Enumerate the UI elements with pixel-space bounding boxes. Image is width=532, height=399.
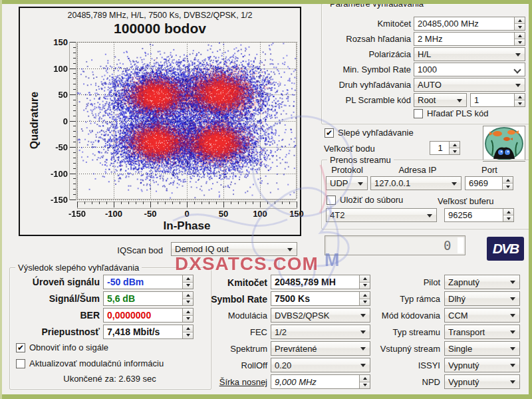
progress-bar: 0 <box>325 235 466 255</box>
polarization-label: Polarizácia <box>325 49 411 59</box>
plot-points-title: 100000 bodov <box>20 21 300 37</box>
iq-constellation-canvas <box>69 41 298 209</box>
spin-down-icon[interactable] <box>503 215 513 221</box>
blind-search-checkbox-row[interactable]: Slepé vyhľadávanie <box>325 128 414 138</box>
checkbox-box[interactable] <box>414 109 423 118</box>
ber-label: BER <box>11 310 100 321</box>
fish-image <box>483 126 525 162</box>
spin-buttons[interactable] <box>514 17 525 30</box>
x-tick-label: 150 <box>282 209 311 219</box>
pilot-label: Pilot <box>359 277 440 287</box>
spectrum-dropdown[interactable]: Prevrátené <box>271 341 370 356</box>
spin-up-icon[interactable] <box>450 142 460 148</box>
snr-value: 5,6 dB <box>107 293 180 304</box>
ip-header: Adresa IP <box>391 165 444 175</box>
tuned-frequency-spinner[interactable]: 20485,789 MH <box>271 275 370 289</box>
min-symbol-rate-combo[interactable]: 1000 <box>414 63 525 76</box>
pl-scramble-code-spinner[interactable]: 1 <box>470 93 525 107</box>
issyi-dropdown[interactable]: Vypnutý <box>444 358 520 372</box>
carrier-width-spinner[interactable]: 9,000 MHz <box>271 374 370 389</box>
y-tick-label: -150 <box>36 195 68 205</box>
checkbox-box[interactable] <box>325 128 334 138</box>
dropdown-arrow-icon <box>515 53 521 57</box>
signal-level-field[interactable]: -50 dBm <box>103 275 194 289</box>
window-border-bottom <box>0 394 532 399</box>
checkbox-box[interactable] <box>327 196 336 205</box>
spin-up-icon[interactable] <box>503 177 513 184</box>
search-type-value: AUTO <box>418 80 521 90</box>
spin-buttons[interactable] <box>514 33 525 45</box>
port-header: Port <box>469 165 509 175</box>
symbol-rate-label: Symbol Rate <box>186 294 267 305</box>
tuned-frequency-label: Kmitočet <box>186 277 267 288</box>
spin-up-icon[interactable] <box>515 94 525 100</box>
frequency-spinner[interactable]: 20485,000 MHz <box>414 17 525 31</box>
polarization-dropdown[interactable]: H/L <box>414 47 525 61</box>
spin-down-icon[interactable] <box>515 24 525 30</box>
point-size-label: Veľkosť bodu <box>324 144 375 154</box>
update-modulation-checkbox-row[interactable]: Aktualizovať modulačnú informáciu <box>16 358 164 368</box>
checkbox-box[interactable] <box>16 359 25 368</box>
iqscan-dropdown[interactable]: Demod IQ out <box>171 242 297 256</box>
finished-time-text: Ukončené za: 2.639 sec <box>27 374 193 384</box>
checkbox-box[interactable] <box>16 343 25 352</box>
dropdown-arrow-icon <box>358 182 363 186</box>
spin-buttons[interactable] <box>514 94 525 106</box>
window-border-top <box>0 0 532 4</box>
refresh-info-checkbox-row[interactable]: Obnoviť info o sigále <box>16 342 108 352</box>
throughput-label: Priepustnosť <box>11 327 100 337</box>
rolloff-dropdown[interactable]: 0.20 <box>271 358 370 372</box>
ip-address-dropdown[interactable]: 127.0.0.1 <box>370 176 462 190</box>
save-to-file-checkbox-label: Uložiť do súboru <box>340 195 403 205</box>
search-range-spinner[interactable]: 2 MHz <box>414 32 525 46</box>
frequency-value: 20485,000 MHz <box>418 19 512 29</box>
spin-down-icon[interactable] <box>450 148 460 154</box>
snr-field[interactable]: 5,6 dB <box>103 291 194 306</box>
stream-group-title: Prenos streamu <box>327 155 394 165</box>
spin-up-icon[interactable] <box>515 17 525 24</box>
symbol-rate-spinner[interactable]: 7500 Ks <box>271 291 370 306</box>
pilot-dropdown[interactable]: Zapnutý <box>444 275 520 289</box>
coding-mode-value: CCM <box>448 311 516 321</box>
x-tick-label: -50 <box>136 209 165 219</box>
search-range-label: Rozsah hľadania <box>325 34 411 44</box>
spin-buttons[interactable] <box>503 209 513 221</box>
dropdown-arrow-icon <box>510 281 515 284</box>
modulation-dropdown[interactable]: DVBS2/QPSK <box>271 308 370 323</box>
coding-mode-dropdown[interactable]: CCM <box>444 308 520 323</box>
device-dropdown[interactable]: 4T2 <box>326 208 437 222</box>
protocol-dropdown[interactable]: UDP <box>326 176 368 190</box>
search-type-dropdown[interactable]: AUTO <box>414 78 525 92</box>
throughput-field[interactable]: 7,418 Mbit/s <box>103 325 194 339</box>
spin-buttons[interactable] <box>449 142 460 154</box>
search-pls-checkbox-row[interactable]: Hľadať PLS kód <box>414 108 489 118</box>
dropdown-arrow-icon <box>515 84 521 87</box>
protocol-header: Protokol <box>319 165 375 175</box>
spin-down-icon[interactable] <box>515 100 525 106</box>
spectrum-label: Spektrum <box>186 344 267 354</box>
buffer-size-spinner[interactable]: 96256 <box>444 208 514 222</box>
spin-buttons[interactable] <box>502 177 513 190</box>
spin-down-icon[interactable] <box>503 184 513 190</box>
spin-down-icon[interactable] <box>515 39 525 45</box>
x-tick-label: 0 <box>172 209 201 219</box>
stream-type-label: Typ streamu <box>359 327 440 337</box>
dvb-logo-text: DVB <box>493 241 518 257</box>
spin-up-icon[interactable] <box>515 33 525 39</box>
port-spinner[interactable]: 6969 <box>465 176 513 190</box>
issyi-value: Vypnutý <box>448 360 516 370</box>
save-to-file-checkbox-row[interactable]: Uložiť do súboru <box>327 195 403 205</box>
fec-dropdown[interactable]: 1/2 <box>271 325 370 339</box>
signal-level-value: -50 dBm <box>107 277 180 287</box>
stream-type-dropdown[interactable]: Transport <box>444 325 520 339</box>
frame-type-dropdown[interactable]: Dlhý <box>444 291 520 306</box>
frame-type-value: Dlhý <box>448 294 516 304</box>
ber-field[interactable]: 0,0000000 <box>103 308 194 323</box>
point-size-spinner[interactable]: 1 <box>430 141 460 155</box>
spin-up-icon[interactable] <box>503 209 513 215</box>
y-tick-label: 150 <box>36 37 68 47</box>
fec-label: FEC <box>186 327 267 337</box>
input-stream-dropdown[interactable]: Single <box>444 341 520 356</box>
npd-dropdown[interactable]: Vypnutý <box>444 374 520 389</box>
pl-scramble-mode-dropdown[interactable]: Root <box>414 93 467 107</box>
